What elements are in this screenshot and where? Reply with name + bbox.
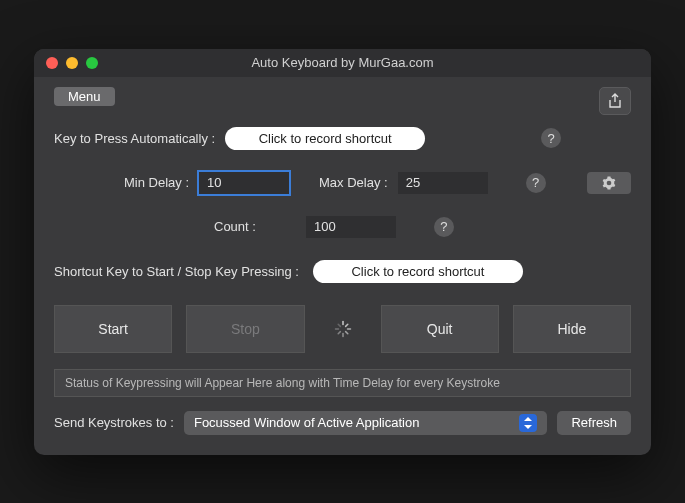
hide-button[interactable]: Hide [513,305,631,353]
count-input[interactable] [306,216,396,238]
dropdown-selected: Focussed Window of Active Application [194,415,419,430]
help-key-to-press[interactable]: ? [541,128,561,148]
gear-icon [602,176,616,190]
spinner-icon [334,320,352,338]
status-bar: Status of Keypressing will Appear Here a… [54,369,631,397]
shortcut-label: Shortcut Key to Start / Stop Key Pressin… [54,264,299,279]
menu-button[interactable]: Menu [54,87,115,106]
max-delay-input[interactable] [398,172,488,194]
record-startstop-shortcut-button[interactable]: Click to record shortcut [313,260,523,283]
send-keystrokes-label: Send Keystrokes to : [54,415,174,430]
content: Menu Key to Press Automatically : Click … [34,77,651,455]
svg-line-1 [345,324,347,326]
svg-line-5 [338,331,340,333]
chevron-updown-icon [519,414,537,432]
close-icon[interactable] [46,57,58,69]
app-window: Auto Keyboard by MurGaa.com Menu Key to … [34,49,651,455]
fullscreen-icon[interactable] [86,57,98,69]
stop-button[interactable]: Stop [186,305,304,353]
spinner-indicator [319,305,367,353]
settings-button[interactable] [587,172,631,194]
svg-line-7 [338,324,340,326]
share-button[interactable] [599,87,631,115]
refresh-button[interactable]: Refresh [557,411,631,435]
record-shortcut-button[interactable]: Click to record shortcut [225,127,425,150]
window-title: Auto Keyboard by MurGaa.com [251,55,433,70]
min-delay-label: Min Delay : [124,175,189,190]
help-count[interactable]: ? [434,217,454,237]
key-to-press-label: Key to Press Automatically : [54,131,215,146]
start-button[interactable]: Start [54,305,172,353]
titlebar: Auto Keyboard by MurGaa.com [34,49,651,77]
min-delay-input[interactable] [199,172,289,194]
help-delay[interactable]: ? [526,173,546,193]
window-controls [46,57,98,69]
max-delay-label: Max Delay : [319,175,388,190]
quit-button[interactable]: Quit [381,305,499,353]
count-label: Count : [214,219,256,234]
target-window-dropdown[interactable]: Focussed Window of Active Application [184,411,548,435]
share-icon [608,93,622,109]
minimize-icon[interactable] [66,57,78,69]
svg-line-3 [345,331,347,333]
